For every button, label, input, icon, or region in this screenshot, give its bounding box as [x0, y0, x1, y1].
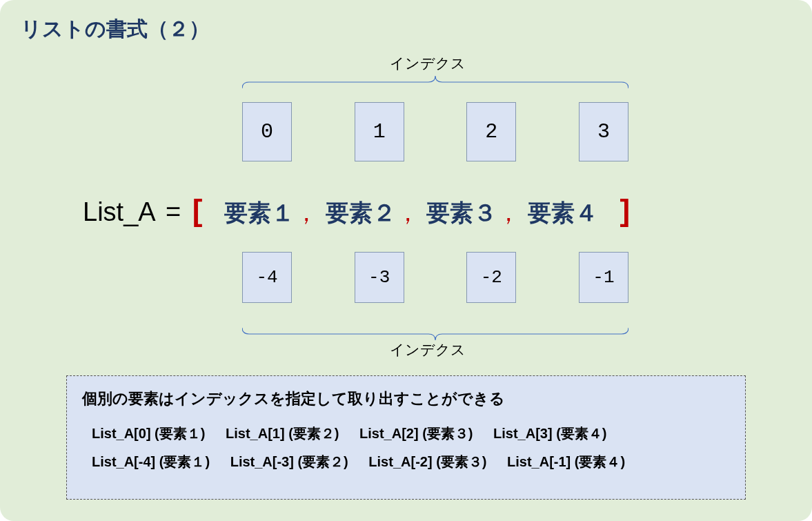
element-1: 要素１	[224, 199, 295, 226]
element-4: 要素４	[528, 199, 598, 226]
note-heading: 個別の要素はインデックスを指定して取り出すことができる	[82, 389, 730, 409]
list-name: List_A	[83, 197, 155, 226]
element-2: 要素２	[326, 199, 396, 226]
note-item: List_A[-4] (要素１)	[92, 454, 210, 469]
comma-3: ，	[497, 199, 520, 226]
index-cell-pos-1: 1	[355, 102, 404, 161]
index-cell-neg-2: -2	[466, 252, 516, 303]
negative-index-row: -4 -3 -2 -1	[242, 252, 628, 303]
positive-index-row: 0 1 2 3	[242, 102, 628, 161]
note-item: List_A[2] (要素３)	[359, 426, 473, 441]
note-item: List_A[3] (要素４)	[493, 426, 606, 441]
note-row-negative: List_A[-4] (要素１) List_A[-3] (要素２) List_A…	[82, 453, 730, 471]
note-item: List_A[-3] (要素２)	[230, 454, 348, 469]
index-cell-pos-0: 0	[242, 102, 292, 161]
index-cell-neg-0: -4	[242, 252, 292, 303]
equals-sign: =	[166, 197, 181, 226]
index-cell-neg-3: -1	[579, 252, 628, 303]
index-cell-pos-3: 3	[579, 102, 628, 161]
bracket-close: ]	[620, 193, 631, 227]
note-item: List_A[-1] (要素４)	[507, 454, 625, 469]
brace-top	[242, 76, 628, 88]
bracket-open: [	[192, 193, 203, 227]
index-cell-neg-1: -3	[355, 252, 404, 303]
element-3: 要素３	[426, 199, 497, 226]
index-label-top: インデクス	[359, 54, 497, 73]
note-item: List_A[0] (要素１)	[92, 426, 205, 441]
note-item: List_A[-2] (要素３)	[368, 454, 486, 469]
slide-title: リストの書式（２）	[21, 15, 210, 43]
note-row-positive: List_A[0] (要素１) List_A[1] (要素２) List_A[2…	[82, 424, 730, 443]
comma-2: ，	[396, 199, 419, 226]
index-cell-pos-2: 2	[466, 102, 516, 161]
note-box: 個別の要素はインデックスを指定して取り出すことができる List_A[0] (要…	[66, 375, 746, 500]
brace-bottom	[242, 328, 628, 340]
list-expression: List_A = [ 要素１， 要素２， 要素３， 要素４ ]	[83, 193, 630, 229]
comma-1: ，	[295, 199, 318, 226]
slide: リストの書式（２） インデクス 0 1 2 3 List_A = [ 要素１， …	[0, 0, 812, 521]
note-item: List_A[1] (要素２)	[226, 426, 339, 441]
index-label-bottom: インデクス	[359, 340, 497, 360]
